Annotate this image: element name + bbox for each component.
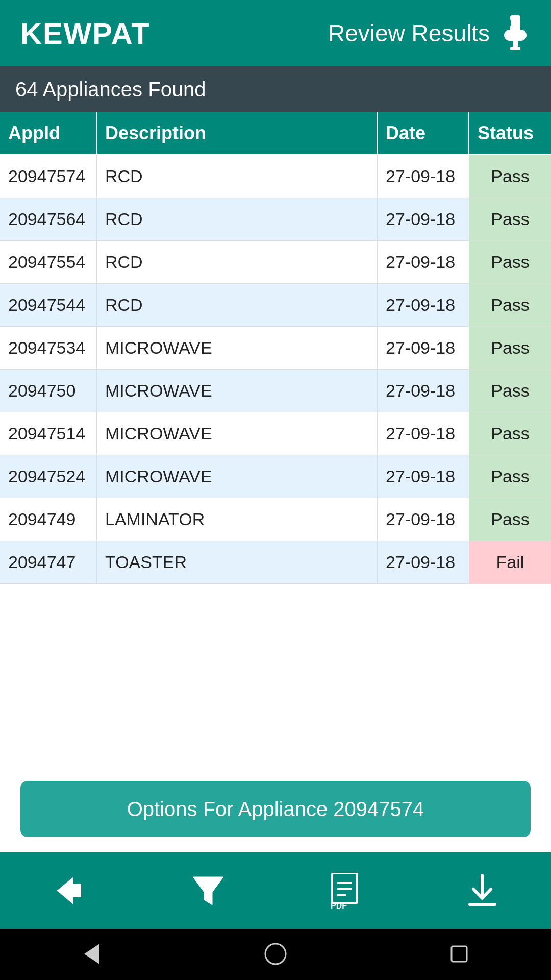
android-back-button[interactable] — [79, 941, 105, 968]
android-recents-button[interactable] — [446, 941, 472, 968]
android-home-button[interactable] — [263, 941, 288, 968]
cell-description: MICROWAVE — [97, 370, 378, 412]
page-title: Review Results — [328, 19, 490, 47]
status-badge: Pass — [469, 498, 551, 541]
cell-description: MICROWAVE — [97, 455, 378, 498]
table-row[interactable]: 20947574RCD27-09-18Pass — [0, 155, 551, 198]
appliance-count: 64 Appliances Found — [15, 78, 206, 101]
cell-status: Pass — [469, 498, 551, 541]
cell-description: LAMINATOR — [97, 498, 378, 541]
svg-rect-0 — [510, 15, 520, 31]
table-header: AppId Description Date Status — [0, 112, 551, 155]
cell-description: MICROWAVE — [97, 412, 378, 455]
cell-appid: 20947554 — [0, 241, 97, 283]
plug-icon — [500, 15, 531, 51]
cell-date: 27-09-18 — [378, 284, 469, 326]
cell-description: TOASTER — [97, 541, 378, 583]
download-button[interactable] — [466, 873, 499, 909]
cell-status: Pass — [469, 455, 551, 498]
app-header: KEWPAT Review Results — [0, 0, 551, 66]
col-header-appid: AppId — [0, 112, 97, 154]
status-badge: Pass — [469, 455, 551, 498]
table-row[interactable]: 2094749LAMINATOR27-09-18Pass — [0, 498, 551, 541]
cell-description: RCD — [97, 155, 378, 198]
cell-date: 27-09-18 — [378, 455, 469, 498]
cell-appid: 20947574 — [0, 155, 97, 198]
cell-status: Pass — [469, 155, 551, 198]
cell-date: 27-09-18 — [378, 412, 469, 455]
cell-appid: 20947564 — [0, 198, 97, 240]
svg-rect-16 — [452, 946, 467, 962]
svg-marker-14 — [84, 944, 99, 964]
cell-description: RCD — [97, 198, 378, 240]
svg-point-15 — [265, 944, 286, 964]
sub-header: 64 Appliances Found — [0, 66, 551, 112]
cell-date: 27-09-18 — [378, 541, 469, 583]
cell-appid: 20947514 — [0, 412, 97, 455]
filter-button[interactable] — [193, 874, 223, 908]
table-row[interactable]: 20947514MICROWAVE27-09-18Pass — [0, 412, 551, 455]
logo: KEWPAT — [20, 16, 151, 51]
table-body: 20947574RCD27-09-18Pass20947564RCD27-09-… — [0, 155, 551, 766]
cell-appid: 20947534 — [0, 327, 97, 369]
svg-rect-5 — [520, 19, 523, 27]
col-header-date: Date — [378, 112, 469, 154]
svg-rect-1 — [504, 30, 527, 41]
cell-status: Fail — [469, 541, 551, 583]
cell-date: 27-09-18 — [378, 498, 469, 541]
svg-rect-2 — [513, 41, 518, 47]
android-nav-bar — [0, 929, 551, 980]
svg-rect-3 — [510, 47, 520, 50]
col-header-status: Status — [469, 112, 551, 154]
svg-text:PDF: PDF — [331, 901, 347, 909]
options-section: Options For Appliance 20947574 — [0, 766, 551, 852]
status-badge: Pass — [469, 198, 551, 240]
cell-date: 27-09-18 — [378, 241, 469, 283]
table-row[interactable]: 20947524MICROWAVE27-09-18Pass — [0, 455, 551, 498]
cell-status: Pass — [469, 370, 551, 412]
svg-marker-6 — [193, 877, 223, 905]
status-badge: Pass — [469, 327, 551, 369]
cell-status: Pass — [469, 327, 551, 369]
table-row[interactable]: 20947544RCD27-09-18Pass — [0, 284, 551, 327]
cell-date: 27-09-18 — [378, 198, 469, 240]
cell-status: Pass — [469, 198, 551, 240]
cell-appid: 20947544 — [0, 284, 97, 326]
status-badge: Fail — [469, 541, 551, 583]
svg-rect-4 — [508, 19, 511, 27]
status-badge: Pass — [469, 412, 551, 455]
cell-appid: 2094749 — [0, 498, 97, 541]
cell-appid: 2094750 — [0, 370, 97, 412]
cell-description: MICROWAVE — [97, 327, 378, 369]
cell-date: 27-09-18 — [378, 327, 469, 369]
cell-status: Pass — [469, 241, 551, 283]
cell-description: RCD — [97, 284, 378, 326]
options-button[interactable]: Options For Appliance 20947574 — [20, 781, 531, 837]
pdf-button[interactable]: PDF — [328, 873, 361, 909]
back-button[interactable] — [53, 875, 88, 906]
bottom-nav: PDF — [0, 852, 551, 929]
cell-date: 27-09-18 — [378, 370, 469, 412]
cell-description: RCD — [97, 241, 378, 283]
status-badge: Pass — [469, 370, 551, 412]
header-right: Review Results — [328, 15, 531, 51]
table-row[interactable]: 20947564RCD27-09-18Pass — [0, 198, 551, 241]
table-row[interactable]: 20947554RCD27-09-18Pass — [0, 241, 551, 284]
table-row[interactable]: 2094747TOASTER27-09-18Fail — [0, 541, 551, 584]
status-badge: Pass — [469, 241, 551, 283]
cell-status: Pass — [469, 284, 551, 326]
cell-appid: 2094747 — [0, 541, 97, 583]
cell-appid: 20947524 — [0, 455, 97, 498]
col-header-description: Description — [97, 112, 378, 154]
table-row[interactable]: 20947534MICROWAVE27-09-18Pass — [0, 327, 551, 370]
cell-status: Pass — [469, 412, 551, 455]
table-row[interactable]: 2094750MICROWAVE27-09-18Pass — [0, 370, 551, 412]
status-badge: Pass — [469, 284, 551, 326]
cell-date: 27-09-18 — [378, 155, 469, 198]
status-badge: Pass — [469, 155, 551, 198]
